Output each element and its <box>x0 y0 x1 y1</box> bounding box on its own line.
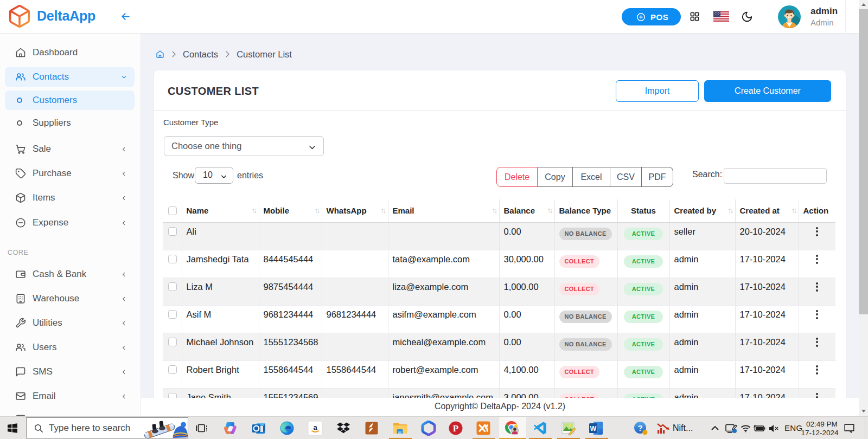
svg-text:?: ? <box>637 423 642 432</box>
svg-text:P: P <box>453 423 458 434</box>
svg-text:W: W <box>590 425 597 432</box>
svg-text:a: a <box>313 423 317 431</box>
